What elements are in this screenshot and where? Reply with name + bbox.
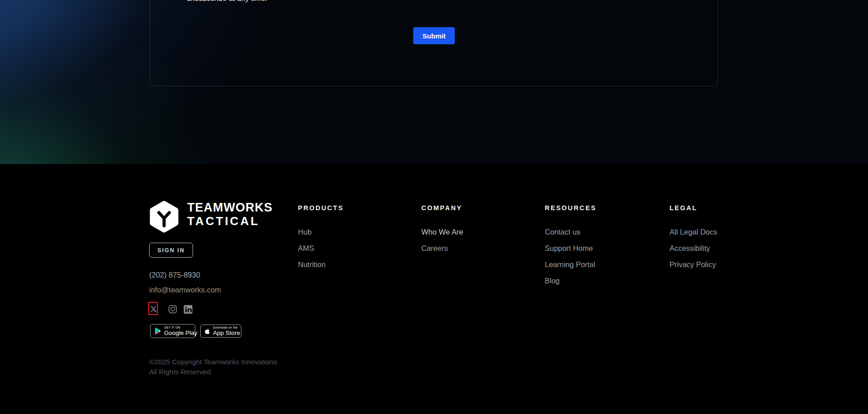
copyright-line2: All Rights Reserved.	[149, 367, 279, 377]
google-play-badge-tagline: GET IT ON	[164, 326, 198, 329]
footer-column-resources: RESOURCES Contact us Support Home Learni…	[545, 204, 653, 293]
footer-link-nutrition[interactable]: Nutrition	[298, 260, 406, 269]
hero-section: unsubscribe at any time. Submit	[0, 0, 868, 164]
column-title-company: COMPANY	[421, 204, 530, 212]
instagram-icon[interactable]	[168, 305, 177, 314]
footer: TEAMWORKS TACTICAL SIGN IN (202) 875-893…	[0, 164, 868, 414]
footer-link-blog[interactable]: Blog	[545, 277, 653, 285]
footer-link-careers[interactable]: Careers	[421, 244, 530, 253]
column-title-products: PRODUCTS	[298, 204, 406, 212]
footer-link-contact-us[interactable]: Contact us	[545, 228, 653, 236]
google-play-badge-label: Google Play	[164, 330, 198, 336]
column-title-resources: RESOURCES	[545, 204, 653, 212]
footer-column-products: PRODUCTS Hub AMS Nutrition	[298, 204, 406, 277]
footer-link-support-home[interactable]: Support Home	[545, 244, 653, 253]
page: unsubscribe at any time. Submit TEAMWORK…	[0, 0, 868, 414]
footer-link-who-we-are[interactable]: Who We Are	[421, 228, 530, 236]
footer-column-company: COMPANY Who We Are Careers	[421, 204, 530, 260]
footer-link-learning-portal[interactable]: Learning Portal	[545, 260, 653, 269]
copyright-line1: ©2025 Copyright Teamworks Innovations.	[149, 357, 279, 367]
sign-in-button[interactable]: SIGN IN	[149, 243, 193, 258]
footer-column-legal: LEGAL All Legal Docs Accessibility Priva…	[670, 204, 778, 277]
phone-link[interactable]: (202) 875-8930	[149, 271, 200, 279]
brand-wordmark: TEAMWORKS TACTICAL	[187, 202, 273, 227]
footer-link-ams[interactable]: AMS	[298, 244, 406, 253]
teamworks-hexagon-icon	[149, 201, 179, 233]
brand-line1: TEAMWORKS	[187, 202, 273, 213]
twitter-x-icon[interactable]	[150, 306, 157, 313]
unsubscribe-text: unsubscribe at any time.	[187, 0, 267, 3]
footer-link-privacy-policy[interactable]: Privacy Policy	[670, 260, 778, 269]
brand-logo[interactable]: TEAMWORKS TACTICAL	[149, 201, 273, 233]
apple-icon	[205, 328, 210, 334]
footer-link-accessibility[interactable]: Accessibility	[670, 244, 778, 253]
google-play-badge[interactable]: GET IT ON Google Play	[150, 324, 195, 338]
email-link[interactable]: info@teamworks.com	[149, 286, 221, 294]
copyright: ©2025 Copyright Teamworks Innovations. A…	[149, 357, 279, 377]
google-play-icon	[155, 327, 161, 335]
footer-link-all-legal-docs[interactable]: All Legal Docs	[670, 228, 778, 236]
app-store-badge[interactable]: Download on the App Store	[200, 325, 241, 338]
footer-link-hub[interactable]: Hub	[298, 228, 406, 236]
brand-line2: TACTICAL	[187, 215, 273, 227]
submit-button[interactable]: Submit	[413, 27, 455, 44]
app-store-badge-tagline: Download on the	[213, 326, 240, 329]
column-title-legal: LEGAL	[670, 204, 778, 212]
linkedin-icon[interactable]	[184, 305, 193, 314]
app-store-badge-label: App Store	[213, 330, 240, 336]
